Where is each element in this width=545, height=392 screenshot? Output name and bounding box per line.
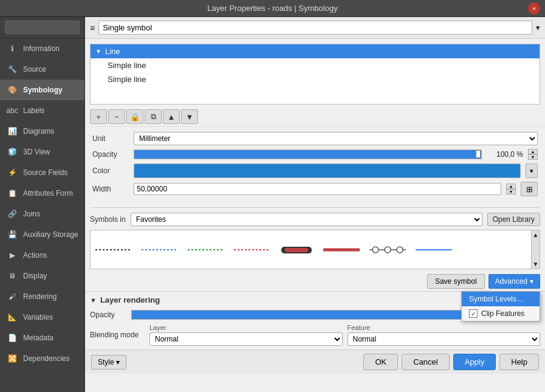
symbol-item-2[interactable] [142, 246, 178, 253]
sidebar-icon-joins: 🔗 [6, 208, 18, 220]
dropdown-item-clip-features[interactable]: ✓ Clip Features [462, 306, 540, 321]
color-dropdown-button[interactable]: ▾ [526, 163, 538, 178]
sidebar-item-joins[interactable]: 🔗 Joins [0, 204, 84, 224]
symbol-item-5[interactable] [280, 244, 314, 256]
layer-blending-col-label: Layer [149, 324, 343, 331]
tree-item-simple-line-1[interactable]: Simple line [91, 58, 540, 72]
symbols-section: Symbols in Favorites Open Library [85, 210, 545, 272]
sidebar-item-3dview[interactable]: 🧊 3D View [0, 142, 84, 162]
opacity-label: Opacity [92, 150, 129, 159]
tree-item-label: Line [105, 47, 120, 56]
sidebar-icon-actions: ▶ [6, 249, 18, 261]
rendering-opacity-slider[interactable] [131, 310, 484, 320]
tree-item-label: Simple line [108, 61, 146, 70]
sidebar-item-sourcefields[interactable]: ⚡ Source Fields [0, 162, 84, 183]
sidebar-label-source: Source [23, 65, 46, 74]
symbol-type-bar: ≡ Single symbol ▾ [85, 17, 545, 39]
sidebar-icon-source: 🔧 [6, 63, 18, 75]
sidebar-item-actions[interactable]: ▶ Actions [0, 245, 84, 266]
sidebar-item-rendering[interactable]: 🖌 Rendering [0, 286, 84, 307]
save-advanced-row: Save symbol Advanced ▾ Symbol Levels… ✓ … [85, 272, 545, 291]
opacity-up[interactable]: ▲ [528, 149, 538, 154]
sidebar-label-sourcefields: Source Fields [23, 168, 67, 177]
width-down[interactable]: ▼ [506, 189, 516, 194]
sidebar-icon-auxiliarystorage: 💾 [6, 229, 18, 241]
add-layer-button[interactable]: + [90, 109, 107, 124]
remove-layer-button[interactable]: − [108, 109, 125, 124]
search-box [0, 17, 84, 38]
search-input[interactable] [5, 21, 80, 34]
sidebar-icon-variables: 📐 [6, 311, 18, 323]
apply-button[interactable]: Apply [453, 354, 496, 370]
blending-row: Blending mode Layer Normal Feature Norma… [90, 324, 540, 346]
sidebar-item-source[interactable]: 🔧 Source [0, 59, 84, 80]
style-button[interactable]: Style ▾ [91, 355, 126, 370]
separator-1 [90, 207, 540, 208]
help-button[interactable]: Help [499, 354, 539, 370]
sidebar-item-auxiliarystorage[interactable]: 💾 Auxiliary Storage [0, 224, 84, 245]
sidebar-icon-metadata: 📄 [6, 332, 18, 344]
symbol-type-icon: ≡ [90, 23, 95, 33]
open-library-button[interactable]: Open Library [487, 213, 540, 226]
sidebar-label-display: Display [23, 272, 47, 280]
width-options-button[interactable]: ⊞ [521, 182, 538, 196]
sidebar-item-display[interactable]: 🖥 Display [0, 266, 84, 286]
symbol-item-4[interactable] [234, 246, 270, 253]
sidebar-item-dependencies[interactable]: 🔀 Dependencies [0, 348, 84, 369]
rendering-opacity-bar [131, 310, 484, 320]
symbol-item-8[interactable] [416, 246, 452, 253]
opacity-down[interactable]: ▼ [528, 154, 538, 160]
symbol-item-6[interactable] [323, 246, 360, 253]
ok-button[interactable]: OK [363, 354, 398, 370]
collapse-arrow-icon[interactable]: ▼ [90, 297, 97, 304]
width-up[interactable]: ▲ [506, 184, 516, 189]
layer-blending-select[interactable]: Normal [149, 332, 343, 346]
sidebar-item-attributesform[interactable]: 📋 Attributes Form [0, 183, 84, 204]
opacity-value: 100,0 % [487, 150, 523, 159]
close-button[interactable]: × [528, 2, 540, 15]
symbols-header: Symbols in Favorites Open Library [90, 213, 540, 226]
symbol-type-dropdown-arrow: ▾ [536, 23, 540, 32]
cancel-button[interactable]: Cancel [402, 354, 449, 370]
advanced-label: Advanced [495, 277, 527, 286]
feature-blending-select[interactable]: Normal [348, 332, 541, 346]
symbols-in-select[interactable]: Favorites [131, 213, 482, 226]
sidebar-item-metadata[interactable]: 📄 Metadata [0, 328, 84, 348]
move-down-button[interactable]: ▼ [181, 109, 198, 124]
symbol-item-3[interactable] [188, 246, 224, 253]
sidebar-item-symbology[interactable]: 🎨 Symbology [0, 80, 84, 100]
opacity-bar-bg [134, 150, 482, 159]
duplicate-layer-button[interactable]: ⧉ [145, 109, 162, 124]
sidebar-item-diagrams[interactable]: 📊 Diagrams [0, 121, 84, 142]
sidebar-label-metadata: Metadata [23, 334, 53, 342]
symbol-type-select[interactable]: Single symbol [98, 21, 532, 35]
sidebar-item-information[interactable]: ℹ Information [0, 38, 84, 59]
clip-features-checkbox[interactable]: ✓ [469, 309, 478, 318]
opacity-slider[interactable] [134, 150, 482, 159]
style-arrow-icon: ▾ [116, 358, 120, 366]
bottom-bar: Style ▾ OK Cancel Apply Help [85, 349, 545, 374]
symbol-item-7[interactable] [369, 244, 406, 256]
width-spinner: ▲ ▼ [506, 184, 516, 194]
advanced-button[interactable]: Advanced ▾ [488, 274, 540, 289]
sidebar-icon-attributesform: 📋 [6, 187, 18, 199]
tree-item-simple-line-2[interactable]: Simple line [91, 72, 540, 86]
move-up-button[interactable]: ▲ [163, 109, 180, 124]
tree-item-line[interactable]: ▼ Line [91, 44, 540, 58]
gallery-scrollbar[interactable]: ▲ ▼ [531, 230, 540, 269]
sidebar-icon-display: 🖥 [6, 270, 18, 282]
unit-select[interactable]: Millimeter [134, 132, 538, 145]
titlebar: Layer Properties - roads | Symbology × [0, 0, 545, 17]
dropdown-item-symbol-levels[interactable]: Symbol Levels… [462, 292, 540, 306]
tree-expand-arrow: ▼ [95, 48, 101, 55]
color-swatch[interactable] [134, 163, 521, 178]
save-symbol-button[interactable]: Save symbol [427, 274, 485, 289]
lock-layer-button[interactable]: 🔒 [126, 109, 143, 124]
sidebar-label-labels: Labels [23, 106, 44, 115]
symbol-item-1[interactable] [95, 246, 132, 253]
sidebar-item-variables[interactable]: 📐 Variables [0, 307, 84, 328]
width-input[interactable] [134, 183, 501, 195]
advanced-dropdown: Symbol Levels… ✓ Clip Features [461, 291, 540, 322]
sidebar-item-labels[interactable]: abc Labels [0, 100, 84, 121]
sidebar-label-rendering: Rendering [23, 292, 57, 301]
